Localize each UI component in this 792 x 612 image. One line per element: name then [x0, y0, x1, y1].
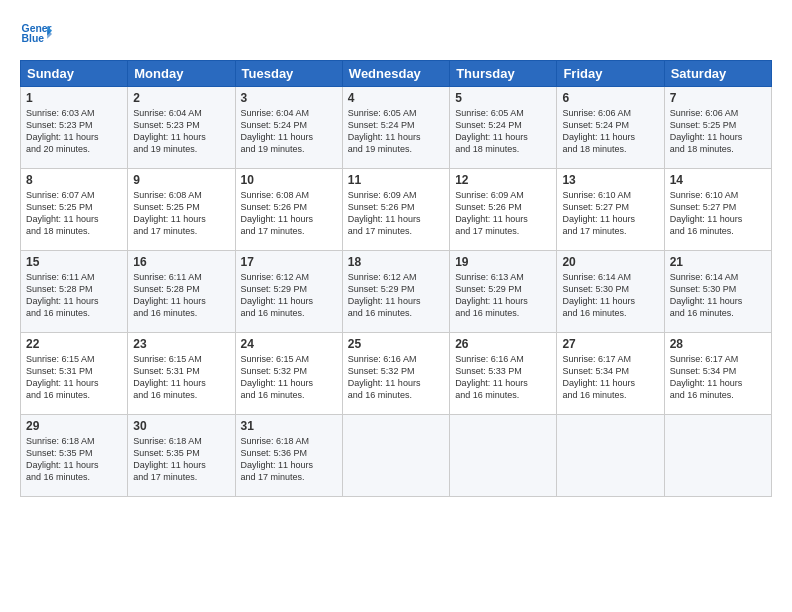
day-detail-23: Sunrise: 6:15 AM Sunset: 5:31 PM Dayligh…	[133, 353, 229, 402]
day-cell-25: 25Sunrise: 6:16 AM Sunset: 5:32 PM Dayli…	[342, 333, 449, 415]
day-cell-14: 14Sunrise: 6:10 AM Sunset: 5:27 PM Dayli…	[664, 169, 771, 251]
day-number-20: 20	[562, 255, 658, 269]
day-cell-2: 2Sunrise: 6:04 AM Sunset: 5:23 PM Daylig…	[128, 87, 235, 169]
day-cell-18: 18Sunrise: 6:12 AM Sunset: 5:29 PM Dayli…	[342, 251, 449, 333]
day-cell-21: 21Sunrise: 6:14 AM Sunset: 5:30 PM Dayli…	[664, 251, 771, 333]
day-detail-22: Sunrise: 6:15 AM Sunset: 5:31 PM Dayligh…	[26, 353, 122, 402]
day-detail-12: Sunrise: 6:09 AM Sunset: 5:26 PM Dayligh…	[455, 189, 551, 238]
day-detail-17: Sunrise: 6:12 AM Sunset: 5:29 PM Dayligh…	[241, 271, 337, 320]
day-detail-25: Sunrise: 6:16 AM Sunset: 5:32 PM Dayligh…	[348, 353, 444, 402]
day-detail-2: Sunrise: 6:04 AM Sunset: 5:23 PM Dayligh…	[133, 107, 229, 156]
day-cell-10: 10Sunrise: 6:08 AM Sunset: 5:26 PM Dayli…	[235, 169, 342, 251]
day-detail-15: Sunrise: 6:11 AM Sunset: 5:28 PM Dayligh…	[26, 271, 122, 320]
week-row-2: 8Sunrise: 6:07 AM Sunset: 5:25 PM Daylig…	[21, 169, 772, 251]
day-number-19: 19	[455, 255, 551, 269]
day-number-5: 5	[455, 91, 551, 105]
day-detail-28: Sunrise: 6:17 AM Sunset: 5:34 PM Dayligh…	[670, 353, 766, 402]
weekday-header-wednesday: Wednesday	[342, 61, 449, 87]
logo: General Blue	[20, 18, 52, 50]
day-cell-22: 22Sunrise: 6:15 AM Sunset: 5:31 PM Dayli…	[21, 333, 128, 415]
day-number-6: 6	[562, 91, 658, 105]
weekday-header-friday: Friday	[557, 61, 664, 87]
empty-cell	[557, 415, 664, 497]
day-detail-27: Sunrise: 6:17 AM Sunset: 5:34 PM Dayligh…	[562, 353, 658, 402]
day-number-26: 26	[455, 337, 551, 351]
day-number-31: 31	[241, 419, 337, 433]
day-cell-29: 29Sunrise: 6:18 AM Sunset: 5:35 PM Dayli…	[21, 415, 128, 497]
day-detail-5: Sunrise: 6:05 AM Sunset: 5:24 PM Dayligh…	[455, 107, 551, 156]
day-detail-7: Sunrise: 6:06 AM Sunset: 5:25 PM Dayligh…	[670, 107, 766, 156]
day-number-15: 15	[26, 255, 122, 269]
day-cell-23: 23Sunrise: 6:15 AM Sunset: 5:31 PM Dayli…	[128, 333, 235, 415]
day-number-7: 7	[670, 91, 766, 105]
day-number-30: 30	[133, 419, 229, 433]
day-detail-16: Sunrise: 6:11 AM Sunset: 5:28 PM Dayligh…	[133, 271, 229, 320]
day-number-11: 11	[348, 173, 444, 187]
day-number-13: 13	[562, 173, 658, 187]
day-cell-24: 24Sunrise: 6:15 AM Sunset: 5:32 PM Dayli…	[235, 333, 342, 415]
day-number-1: 1	[26, 91, 122, 105]
day-number-14: 14	[670, 173, 766, 187]
day-detail-29: Sunrise: 6:18 AM Sunset: 5:35 PM Dayligh…	[26, 435, 122, 484]
day-detail-11: Sunrise: 6:09 AM Sunset: 5:26 PM Dayligh…	[348, 189, 444, 238]
day-cell-13: 13Sunrise: 6:10 AM Sunset: 5:27 PM Dayli…	[557, 169, 664, 251]
calendar-table: SundayMondayTuesdayWednesdayThursdayFrid…	[20, 60, 772, 497]
day-cell-27: 27Sunrise: 6:17 AM Sunset: 5:34 PM Dayli…	[557, 333, 664, 415]
svg-text:Blue: Blue	[22, 33, 45, 44]
day-number-27: 27	[562, 337, 658, 351]
weekday-header-row: SundayMondayTuesdayWednesdayThursdayFrid…	[21, 61, 772, 87]
week-row-3: 15Sunrise: 6:11 AM Sunset: 5:28 PM Dayli…	[21, 251, 772, 333]
weekday-header-sunday: Sunday	[21, 61, 128, 87]
day-number-9: 9	[133, 173, 229, 187]
day-detail-13: Sunrise: 6:10 AM Sunset: 5:27 PM Dayligh…	[562, 189, 658, 238]
day-number-3: 3	[241, 91, 337, 105]
day-cell-28: 28Sunrise: 6:17 AM Sunset: 5:34 PM Dayli…	[664, 333, 771, 415]
week-row-1: 1Sunrise: 6:03 AM Sunset: 5:23 PM Daylig…	[21, 87, 772, 169]
day-cell-5: 5Sunrise: 6:05 AM Sunset: 5:24 PM Daylig…	[450, 87, 557, 169]
day-detail-1: Sunrise: 6:03 AM Sunset: 5:23 PM Dayligh…	[26, 107, 122, 156]
day-number-29: 29	[26, 419, 122, 433]
day-detail-4: Sunrise: 6:05 AM Sunset: 5:24 PM Dayligh…	[348, 107, 444, 156]
weekday-header-thursday: Thursday	[450, 61, 557, 87]
day-number-28: 28	[670, 337, 766, 351]
day-detail-24: Sunrise: 6:15 AM Sunset: 5:32 PM Dayligh…	[241, 353, 337, 402]
empty-cell	[450, 415, 557, 497]
day-number-17: 17	[241, 255, 337, 269]
day-detail-30: Sunrise: 6:18 AM Sunset: 5:35 PM Dayligh…	[133, 435, 229, 484]
day-detail-10: Sunrise: 6:08 AM Sunset: 5:26 PM Dayligh…	[241, 189, 337, 238]
day-cell-30: 30Sunrise: 6:18 AM Sunset: 5:35 PM Dayli…	[128, 415, 235, 497]
logo-icon: General Blue	[20, 18, 52, 50]
day-detail-8: Sunrise: 6:07 AM Sunset: 5:25 PM Dayligh…	[26, 189, 122, 238]
day-number-22: 22	[26, 337, 122, 351]
day-number-24: 24	[241, 337, 337, 351]
empty-cell	[664, 415, 771, 497]
day-cell-4: 4Sunrise: 6:05 AM Sunset: 5:24 PM Daylig…	[342, 87, 449, 169]
day-detail-26: Sunrise: 6:16 AM Sunset: 5:33 PM Dayligh…	[455, 353, 551, 402]
empty-cell	[342, 415, 449, 497]
day-cell-20: 20Sunrise: 6:14 AM Sunset: 5:30 PM Dayli…	[557, 251, 664, 333]
day-cell-3: 3Sunrise: 6:04 AM Sunset: 5:24 PM Daylig…	[235, 87, 342, 169]
day-cell-9: 9Sunrise: 6:08 AM Sunset: 5:25 PM Daylig…	[128, 169, 235, 251]
day-number-10: 10	[241, 173, 337, 187]
day-cell-15: 15Sunrise: 6:11 AM Sunset: 5:28 PM Dayli…	[21, 251, 128, 333]
day-number-8: 8	[26, 173, 122, 187]
day-detail-6: Sunrise: 6:06 AM Sunset: 5:24 PM Dayligh…	[562, 107, 658, 156]
day-cell-8: 8Sunrise: 6:07 AM Sunset: 5:25 PM Daylig…	[21, 169, 128, 251]
day-detail-18: Sunrise: 6:12 AM Sunset: 5:29 PM Dayligh…	[348, 271, 444, 320]
day-cell-7: 7Sunrise: 6:06 AM Sunset: 5:25 PM Daylig…	[664, 87, 771, 169]
day-detail-14: Sunrise: 6:10 AM Sunset: 5:27 PM Dayligh…	[670, 189, 766, 238]
day-cell-11: 11Sunrise: 6:09 AM Sunset: 5:26 PM Dayli…	[342, 169, 449, 251]
day-cell-17: 17Sunrise: 6:12 AM Sunset: 5:29 PM Dayli…	[235, 251, 342, 333]
day-detail-9: Sunrise: 6:08 AM Sunset: 5:25 PM Dayligh…	[133, 189, 229, 238]
day-number-21: 21	[670, 255, 766, 269]
day-number-2: 2	[133, 91, 229, 105]
day-number-23: 23	[133, 337, 229, 351]
day-cell-19: 19Sunrise: 6:13 AM Sunset: 5:29 PM Dayli…	[450, 251, 557, 333]
day-number-12: 12	[455, 173, 551, 187]
day-cell-1: 1Sunrise: 6:03 AM Sunset: 5:23 PM Daylig…	[21, 87, 128, 169]
day-number-25: 25	[348, 337, 444, 351]
weekday-header-saturday: Saturday	[664, 61, 771, 87]
day-cell-12: 12Sunrise: 6:09 AM Sunset: 5:26 PM Dayli…	[450, 169, 557, 251]
day-detail-20: Sunrise: 6:14 AM Sunset: 5:30 PM Dayligh…	[562, 271, 658, 320]
day-number-4: 4	[348, 91, 444, 105]
